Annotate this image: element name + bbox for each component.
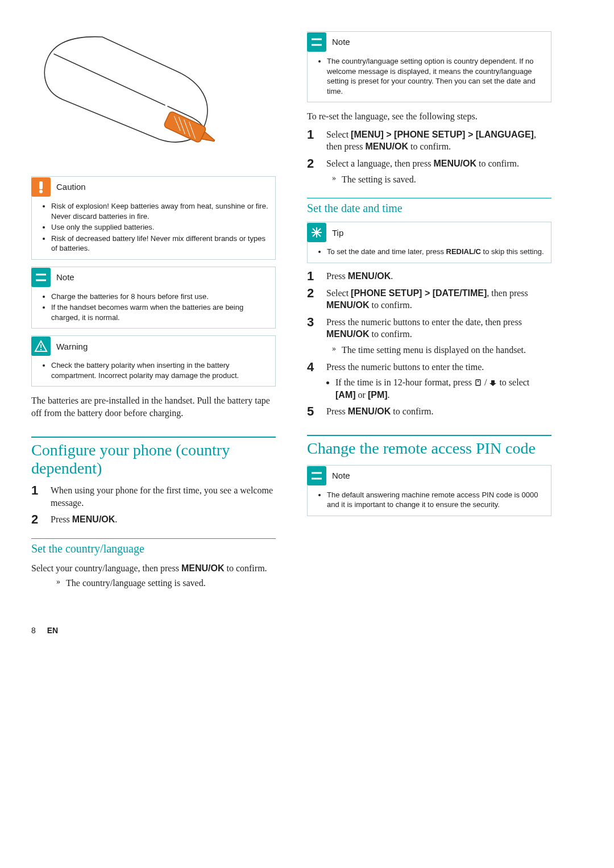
caution-item: Risk of decreased battery life! Never mi… (51, 234, 269, 254)
note-item: Charge the batteries for 8 hours before … (51, 292, 269, 302)
caution-item: Risk of explosion! Keep batteries away f… (51, 201, 269, 221)
note-item: If the handset becomes warm when the bat… (51, 302, 269, 322)
reset-lang-step-1: Select [MENU] > [PHONE SETUP] > [LANGUAG… (326, 128, 551, 153)
warning-icon (31, 337, 51, 356)
svg-point-10 (40, 349, 42, 351)
set-language-body: Select your country/language, then press… (31, 562, 276, 575)
note-item: The default answering machine remote acc… (327, 490, 545, 510)
note-box: Note The country/language setting option… (307, 31, 551, 102)
note-icon (307, 466, 326, 485)
datetime-step-4-sub: If the time is in 12-hour format, press … (335, 376, 551, 401)
svg-point-6 (39, 190, 43, 193)
section-change-pin-heading: Change the remote access PIN code (307, 439, 551, 458)
note-icon (307, 32, 326, 52)
page-footer: 8 EN (31, 625, 583, 636)
caution-item: Use only the supplied batteries. (51, 222, 269, 232)
tip-title: Tip (332, 227, 343, 239)
note-title: Note (332, 36, 350, 48)
svg-rect-0 (163, 111, 206, 143)
datetime-step-3: Press the numeric buttons to enter the d… (326, 316, 551, 356)
section-configure-heading: Configure your phone (country dependent) (31, 441, 276, 477)
caution-box: Caution Risk of explosion! Keep batterie… (31, 176, 276, 260)
svg-point-18 (478, 381, 479, 382)
batteries-paragraph: The batteries are pre-installed in the h… (31, 394, 276, 419)
warning-title: Warning (56, 341, 88, 352)
note-icon (31, 268, 51, 287)
result-arrow-icon: » (332, 173, 336, 186)
datetime-step-2: Select [PHONE SETUP] > [DATE/TIME], then… (326, 287, 551, 312)
configure-step-2: Press MENU/OK. (51, 513, 117, 526)
svg-rect-17 (476, 380, 480, 385)
set-language-result: The country/language setting is saved. (66, 577, 206, 589)
configure-step-1: When using your phone for the first time… (51, 484, 276, 509)
datetime-step-4: Press the numeric buttons to enter the t… (326, 361, 551, 401)
note-title: Note (56, 272, 74, 283)
tip-icon (307, 223, 326, 242)
redial-key-icon (489, 377, 497, 385)
phonebook-key-icon (474, 377, 482, 385)
caution-title: Caution (56, 181, 86, 193)
section-configure: Configure your phone (country dependent) (31, 437, 276, 477)
note-box: Note Charge the batteries for 8 hours be… (31, 267, 276, 329)
result-arrow-icon: » (332, 344, 336, 356)
datetime-step-3-result: The time setting menu is displayed on th… (342, 344, 526, 356)
tip-box: Tip To set the date and time later, pres… (307, 222, 551, 263)
caution-icon (31, 177, 51, 197)
warning-item: Check the battery polarity when insertin… (51, 360, 269, 380)
page-number: 8 (31, 625, 36, 636)
result-arrow-icon: » (56, 577, 60, 589)
svg-rect-5 (39, 181, 43, 189)
note-box: Note The default answering machine remot… (307, 465, 551, 516)
tip-item: To set the date and time later, press RE… (327, 247, 545, 257)
handset-battery-illustration (31, 31, 276, 162)
reset-lang-step-2: Select a language, then press MENU/OK to… (326, 157, 519, 185)
reset-language-intro: To re-set the language, see the followin… (307, 110, 551, 123)
note-item: The country/language setting option is c… (327, 56, 545, 96)
datetime-step-1: Press MENU/OK. (326, 270, 393, 283)
warning-box: Warning Check the battery polarity when … (31, 335, 276, 387)
datetime-step-5: Press MENU/OK to confirm. (326, 405, 433, 418)
subsection-set-language-heading: Set the country/language (31, 541, 276, 556)
page-language: EN (47, 626, 58, 635)
note-title: Note (332, 470, 350, 481)
subsection-set-datetime-heading: Set the date and time (307, 201, 551, 216)
reset-lang-step-2-result: The setting is saved. (342, 173, 416, 186)
